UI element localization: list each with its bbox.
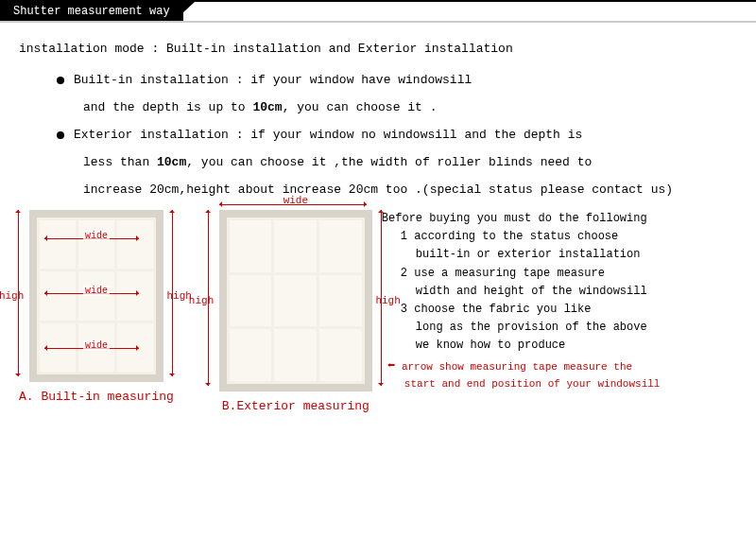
dim-arrow-v <box>381 210 382 386</box>
step2a: 2 use a measuring tape measure <box>382 265 737 283</box>
exterior-line2a: less than <box>83 155 157 169</box>
steps-text: Before buying you must do the following … <box>372 210 737 413</box>
exterior-line1: Exterior installation : if your window n… <box>74 128 582 142</box>
arrow-note-2: start and end position of your windowsil… <box>387 378 661 390</box>
step1a: 1 according to the status choose <box>382 228 737 246</box>
wide-label-a2: wide <box>83 286 110 296</box>
exterior-line2b: , you can choose it ,the width of roller… <box>186 155 592 169</box>
bullet-builtin: Built-in installation : if your window h… <box>19 73 737 114</box>
caption-b: B.Exterior measuring <box>219 399 372 413</box>
bullet-exterior: Exterior installation : if your window n… <box>19 128 737 197</box>
exterior-10cm: 10cm <box>157 155 186 169</box>
bullet-icon <box>57 77 64 84</box>
high-label-b-left: high <box>189 295 214 306</box>
arrow-note: ⬅ arrow show measuring tape measure the … <box>382 356 737 393</box>
window-frame-b <box>219 210 372 391</box>
dim-arrow-v <box>172 210 173 376</box>
exterior-line3: increase 20cm,height about increase 20cm… <box>57 183 737 197</box>
builtin-line2b: , you can choose it . <box>283 100 438 114</box>
before-line: Before buying you must do the following <box>382 210 737 228</box>
builtin-line1: Built-in installation : if your window h… <box>74 73 472 87</box>
wide-label-a1: wide <box>83 231 110 241</box>
diagrams: high high wide wide wide A. <box>19 210 372 413</box>
high-label-a-left: high <box>0 290 24 302</box>
content: installation mode : Built-in installatio… <box>0 42 756 413</box>
diagram-b: wide high high B.Exterior measuring <box>219 210 372 413</box>
dim-arrow-v <box>18 210 19 376</box>
caption-a: A. Built-in measuring <box>19 390 174 404</box>
arrow-left-icon: ⬅ <box>387 358 395 374</box>
dim-arrow-v <box>208 210 209 386</box>
builtin-10cm: 10cm <box>252 100 282 114</box>
high-label-b-right: high <box>375 295 400 306</box>
lower-section: high high wide wide wide A. <box>19 210 737 413</box>
dim-arrow-h <box>219 204 367 205</box>
step2b: width and height of the windowsill <box>382 283 737 301</box>
installation-mode-line: installation mode : Built-in installatio… <box>19 42 737 56</box>
header-title: Shutter measurement way <box>0 2 183 21</box>
diagram-a: high high wide wide wide A. <box>19 210 174 413</box>
step1b: built-in or exterior installation <box>382 246 737 264</box>
step3b: long as the provision of the above <box>382 319 737 337</box>
builtin-line2a: and the depth is up to <box>83 100 252 114</box>
bullet-icon <box>57 131 64 139</box>
header-bar: Shutter measurement way <box>0 0 756 23</box>
arrow-note-1: arrow show measuring tape measure the <box>402 361 632 373</box>
step3c: we know how to produce <box>382 337 737 355</box>
step3a: 3 choose the fabric you like <box>382 301 737 319</box>
wide-label-a3: wide <box>83 340 110 351</box>
